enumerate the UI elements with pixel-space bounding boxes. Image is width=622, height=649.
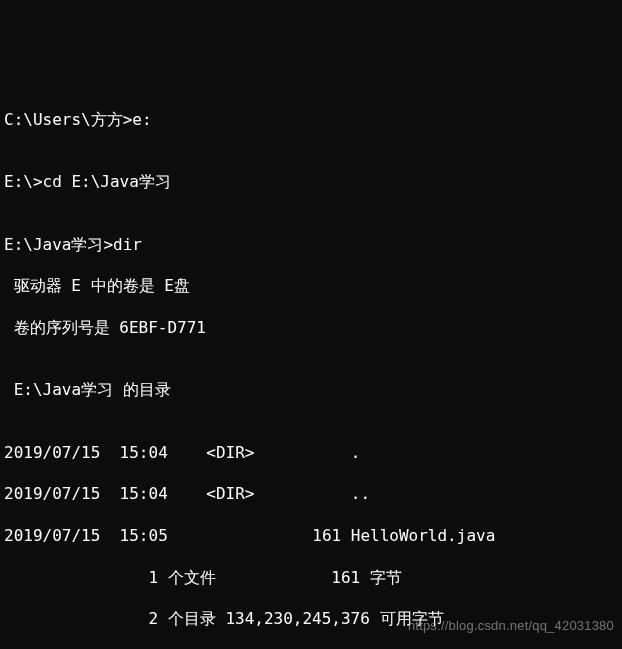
watermark-text: https://blog.csdn.net/qq_42031380 (408, 618, 614, 635)
command: e: (132, 110, 151, 129)
prompt: E:\> (4, 172, 43, 191)
output-line: 卷的序列号是 6EBF-D771 (4, 318, 618, 339)
output-line: E:\Java学习 的目录 (4, 380, 618, 401)
prompt: C:\Users\方方> (4, 110, 132, 129)
command: dir (113, 235, 142, 254)
terminal-output[interactable]: C:\Users\方方>e: E:\>cd E:\Java学习 E:\Java学… (4, 89, 618, 649)
dir-entry: 2019/07/15 15:04 <DIR> . (4, 443, 618, 464)
dir-entry: 2019/07/15 15:05 161 HelloWorld.java (4, 526, 618, 547)
dir-summary: 1 个文件 161 字节 (4, 568, 618, 589)
dir-entry: 2019/07/15 15:04 <DIR> .. (4, 484, 618, 505)
output-line: 驱动器 E 中的卷是 E盘 (4, 276, 618, 297)
cmd-line: C:\Users\方方>e: (4, 110, 618, 131)
command: cd E:\Java学习 (43, 172, 171, 191)
cmd-line: E:\>cd E:\Java学习 (4, 172, 618, 193)
cmd-line: E:\Java学习>dir (4, 235, 618, 256)
prompt: E:\Java学习> (4, 235, 113, 254)
